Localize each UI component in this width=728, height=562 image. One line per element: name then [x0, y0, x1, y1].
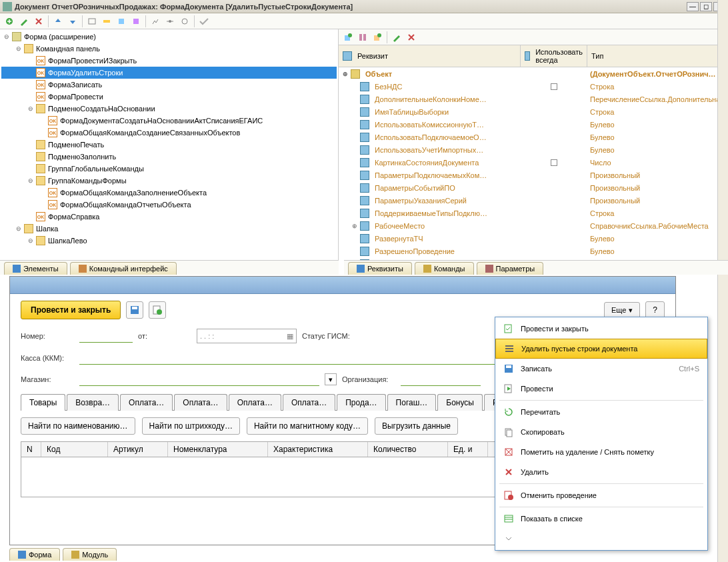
action-button[interactable]: Найти по магнитному коду… [247, 417, 368, 435]
menu-item[interactable]: Скопировать [495, 422, 707, 442]
move-up-button[interactable] [51, 15, 65, 28]
shop-input[interactable] [79, 373, 319, 386]
org-input[interactable] [401, 373, 481, 386]
delete-button[interactable] [32, 15, 45, 28]
expander-icon[interactable]: ⊖ [15, 45, 23, 53]
doc-tab[interactable]: Оплата… [120, 394, 173, 411]
tab-cmd-interface[interactable]: Командный интерфейс [70, 262, 177, 275]
tree-item[interactable]: OKФормаДокументаСоздатьНаОснованииАктСпи… [1, 115, 337, 127]
expander-icon[interactable] [39, 129, 47, 137]
tree-item[interactable]: OKФормаОбщаяКомандаЗаполнениеОбъекта [1, 187, 337, 199]
more-button[interactable]: Еще▾ [604, 302, 640, 319]
expander-icon[interactable]: ⊖ [27, 105, 35, 113]
table-col-header[interactable]: Ед. и [448, 442, 488, 457]
action-button[interactable]: Найти по наименованию… [21, 417, 135, 435]
check-button[interactable] [197, 15, 211, 28]
doc-tab[interactable]: Товары [21, 394, 65, 411]
expander-icon[interactable] [27, 81, 35, 89]
attr-row[interactable]: ИспользоватьПодключаемоеО…Булево [339, 131, 727, 143]
menu-item[interactable]: Перечитать [495, 402, 707, 422]
tab-form[interactable]: Форма [9, 548, 60, 561]
doc-tab[interactable]: Прода… [337, 394, 385, 411]
attr-add2-button[interactable] [371, 31, 384, 44]
save-icon-button[interactable] [126, 301, 143, 319]
table-col-header[interactable]: Характеристика [268, 442, 368, 457]
table-col-header[interactable]: Артикул [108, 442, 168, 457]
expander-icon[interactable] [39, 201, 47, 209]
add-button[interactable] [3, 15, 16, 28]
doc-tab[interactable]: Оплата… [229, 394, 281, 411]
post-icon-button[interactable] [149, 301, 166, 319]
doc-tab[interactable]: Возвра… [67, 394, 119, 411]
doc-tab[interactable]: Оплата… [174, 394, 227, 411]
tool-btn-3[interactable] [115, 15, 128, 28]
doc-tab[interactable]: Бонусы [437, 394, 483, 411]
table-col-header[interactable]: Номенклатура [168, 442, 268, 457]
tab-commands[interactable]: Команды [415, 262, 474, 275]
date-input[interactable]: . . : :▦ [197, 329, 297, 343]
action-button[interactable]: Найти по штрихкоду… [142, 417, 240, 435]
tree-item[interactable]: OKФормаОбщаяКомандаСозданиеСвязанныхОбъе… [1, 127, 337, 139]
doc-tab[interactable]: Погаш… [387, 394, 437, 411]
tree-item[interactable]: ⊖ГруппаКомандыФормы [1, 175, 337, 187]
expander-icon[interactable] [27, 213, 35, 221]
tree-item[interactable]: ГруппаГлобальныеКоманды [1, 163, 337, 175]
table-col-header[interactable]: Количество [368, 442, 448, 457]
attr-row[interactable]: БезНДССтрока [339, 80, 727, 93]
menu-item[interactable]: Провести [495, 379, 707, 399]
expander-icon[interactable]: ⊖ [27, 177, 35, 185]
expander-icon[interactable] [27, 93, 35, 101]
attr-row[interactable]: ПараметрыСобытийПОПроизвольный [339, 181, 727, 194]
expander-icon[interactable]: ⊖ [27, 237, 35, 245]
attr-row[interactable]: КартинкаСостоянияДокументаЧисло [339, 156, 727, 169]
expander-icon[interactable]: ⊕ [341, 70, 349, 78]
tree-item[interactable]: OKФормаУдалитьСтроки [1, 67, 337, 79]
tree-item[interactable]: OKФормаСправка [1, 211, 337, 223]
calendar-icon[interactable]: ▦ [287, 332, 293, 341]
menu-item[interactable]: Отменить проведение [495, 485, 707, 505]
tab-elements[interactable]: Элементы [4, 262, 67, 275]
attr-edit-button[interactable] [390, 31, 403, 44]
expander-icon[interactable]: ⊕ [351, 222, 359, 230]
attr-row[interactable]: ДополнительныеКолонкиНоме…ПеречислениеСс… [339, 93, 727, 105]
attr-row[interactable]: ПараметрыПодключаемыхКом…Произвольный [339, 169, 727, 181]
tool-btn-7[interactable] [178, 15, 191, 28]
tree-item[interactable]: ПодменюПечать [1, 139, 337, 151]
minimize-button[interactable]: — [687, 2, 699, 11]
tool-btn-2[interactable] [100, 15, 113, 28]
tree-item[interactable]: OKФормаПровестиИЗакрыть [1, 55, 337, 67]
tool-btn-4[interactable] [129, 15, 143, 28]
menu-item[interactable]: ЗаписатьCtrl+S [495, 359, 707, 379]
attr-row[interactable]: РазвернутаТЧБулево [339, 232, 727, 245]
tree-item[interactable]: ⊖Шапка [1, 223, 337, 235]
maximize-button[interactable]: ◻ [700, 2, 712, 11]
tool-btn-6[interactable] [163, 15, 177, 28]
attr-row[interactable]: РазрешеноПроведениеБулево [339, 245, 727, 257]
menu-item[interactable]: Провести и закрыть [495, 319, 707, 339]
doc-tab[interactable]: Оплата… [283, 394, 335, 411]
attr-add-button[interactable] [341, 31, 355, 44]
expander-icon[interactable] [27, 69, 35, 77]
attrs-grid[interactable]: ⊕Объект(ДокументОбъект.ОтчетОРознич…БезН… [339, 67, 727, 275]
attr-row[interactable]: ИспользоватьКомиссионнуюТ…Булево [339, 118, 727, 131]
tree-item[interactable]: OKФормаПровести [1, 91, 337, 103]
form-tree[interactable]: ⊖Форма (расширение)⊖Командная панельOKФо… [0, 29, 338, 275]
attr-row[interactable]: ПараметрыУказанияСерийПроизвольный [339, 194, 727, 207]
tree-item[interactable]: ⊖ПодменюСоздатьНаОсновании [1, 103, 337, 115]
tab-requisites[interactable]: Реквизиты [348, 262, 412, 275]
attr-row[interactable]: ИспользоватьУчетИмпортных…Булево [339, 143, 727, 156]
tree-item[interactable]: OKФормаЗаписать [1, 79, 337, 91]
table-col-header[interactable]: Код [41, 442, 108, 457]
tree-item[interactable]: ПодменюЗаполнить [1, 151, 337, 163]
tool-btn-1[interactable] [85, 15, 99, 28]
tree-item[interactable]: OKФормаОбщаяКомандаОтчетыОбъекта [1, 199, 337, 211]
expander-icon[interactable] [39, 189, 47, 197]
tree-item[interactable]: ⊖Форма (расширение) [1, 31, 337, 43]
attr-delete-button[interactable] [405, 31, 418, 44]
shop-open-icon[interactable]: ▾ [325, 373, 337, 385]
tree-item[interactable]: ⊖Командная панель [1, 43, 337, 55]
tool-btn-5[interactable] [149, 15, 162, 28]
menu-item[interactable] [495, 529, 707, 549]
tab-module[interactable]: Модуль [63, 548, 117, 561]
menu-item[interactable]: Показать в списке [495, 509, 707, 529]
